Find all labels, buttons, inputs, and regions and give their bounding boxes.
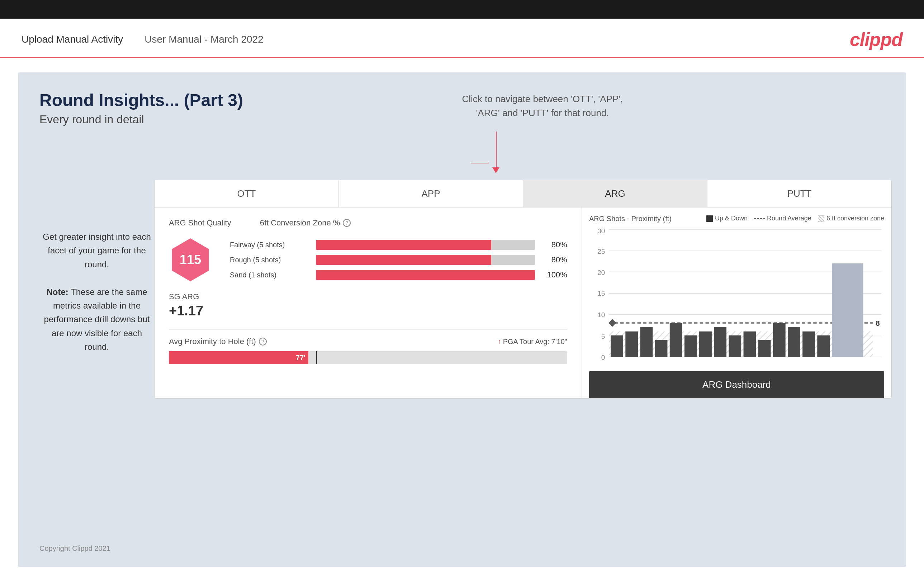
- proximity-avg-arrow-icon: ↑: [498, 338, 501, 345]
- bar-pct-sand: 100%: [542, 270, 567, 280]
- arg-dashboard-button[interactable]: ARG Dashboard: [589, 371, 884, 398]
- nav-line1: Click to navigate between 'OTT', 'APP',: [462, 93, 623, 104]
- tabs: OTT APP ARG PUTT: [155, 180, 892, 208]
- proximity-title-text: Avg Proximity to Hole (ft): [169, 337, 256, 346]
- note-label: Note:: [46, 287, 68, 297]
- footer: Copyright Clippd 2021: [39, 545, 110, 553]
- y-label-10: 10: [598, 311, 605, 319]
- svg-rect-21: [743, 332, 756, 357]
- nav-instruction: Click to navigate between 'OTT', 'APP', …: [462, 92, 623, 120]
- bar-track-rough: [316, 255, 535, 265]
- bar-rows: Fairway (5 shots) 80% Rough (5 shots): [230, 240, 567, 280]
- legend-item-conversion: 6 ft conversion zone: [818, 215, 884, 222]
- logo: clippd: [850, 29, 903, 50]
- bar-fill-sand: [316, 270, 535, 280]
- right-panel: ARG Shots - Proximity (ft) Up & Down Rou…: [582, 208, 892, 398]
- right-panel-header: ARG Shots - Proximity (ft) Up & Down Rou…: [589, 215, 884, 223]
- copyright-text: Copyright Clippd 2021: [39, 545, 110, 552]
- tab-putt[interactable]: PUTT: [708, 180, 892, 207]
- legend-conversion-label: 6 ft conversion zone: [827, 215, 884, 222]
- tab-app[interactable]: APP: [339, 180, 523, 207]
- svg-rect-19: [714, 327, 727, 357]
- bar-fill-rough: [316, 255, 491, 265]
- bar-row-rough: Rough (5 shots) 80%: [230, 255, 567, 265]
- arrow-container: [471, 132, 500, 173]
- bar-label-fairway: Fairway (5 shots): [230, 241, 309, 249]
- svg-rect-13: [625, 332, 638, 357]
- arrow-head: [492, 168, 499, 173]
- bar-fill-fairway: [316, 240, 491, 250]
- bar-track-sand: [316, 270, 535, 280]
- svg-rect-20: [729, 335, 741, 357]
- proximity-avg: ↑ PGA Tour Avg: 7'10": [498, 338, 567, 346]
- panel-header: ARG Shot Quality 6ft Conversion Zone % ?: [169, 218, 567, 227]
- conversion-zone-label: 6ft Conversion Zone %: [260, 218, 340, 227]
- hexagon-value: 115: [179, 252, 201, 268]
- proximity-title: Avg Proximity to Hole (ft) ?: [169, 337, 267, 346]
- bar-label-sand: Sand (1 shots): [230, 271, 309, 279]
- y-label-0: 0: [601, 354, 605, 361]
- left-panel: ARG Shot Quality 6ft Conversion Zone % ?…: [155, 208, 582, 398]
- y-label-5: 5: [601, 333, 605, 340]
- main-content: Round Insights... (Part 3) Every round i…: [18, 73, 906, 567]
- legend-round-avg-label: Round Average: [767, 215, 811, 222]
- arg-chart: 0 5 10 15 20 25 30: [589, 227, 884, 363]
- svg-rect-25: [803, 332, 815, 357]
- right-panel-title: ARG Shots - Proximity (ft): [589, 215, 672, 223]
- sg-label: SG ARG: [169, 292, 567, 301]
- conversion-zone-col: 6ft Conversion Zone % ?: [260, 218, 351, 227]
- tab-arg[interactable]: ARG: [523, 180, 708, 207]
- svg-rect-26: [817, 335, 830, 357]
- header: Upload Manual Activity User Manual - Mar…: [0, 19, 924, 58]
- bar-pct-rough: 80%: [542, 255, 567, 264]
- shot-quality-label: ARG Shot Quality: [169, 218, 231, 227]
- proximity-help-icon[interactable]: ?: [259, 338, 267, 345]
- svg-rect-22: [758, 340, 771, 357]
- svg-rect-15: [655, 340, 668, 357]
- bar-label-rough: Rough (5 shots): [230, 256, 309, 264]
- legend-updown-label: Up & Down: [715, 215, 748, 222]
- legend-item-updown: Up & Down: [706, 215, 748, 222]
- tab-ott[interactable]: OTT: [155, 180, 339, 207]
- hexagon-badge: 115: [169, 239, 212, 281]
- y-label-30: 30: [598, 227, 605, 235]
- legend-solid-icon: [706, 215, 713, 222]
- left-desc-part1: Get greater insight into each facet of y…: [43, 232, 151, 269]
- legend-hatched-icon: [818, 215, 824, 222]
- svg-rect-14: [640, 327, 653, 357]
- card-body: ARG Shot Quality 6ft Conversion Zone % ?…: [155, 208, 892, 398]
- bar-pct-fairway: 80%: [542, 240, 567, 250]
- svg-rect-24: [788, 327, 800, 357]
- chart-area: 0 5 10 15 20 25 30: [589, 227, 884, 368]
- legend-item-round-avg: Round Average: [754, 215, 811, 222]
- svg-rect-23: [773, 323, 786, 357]
- sg-section: SG ARG +1.17: [169, 292, 567, 319]
- top-bar: [0, 0, 924, 19]
- proximity-bar-val: 77': [296, 354, 305, 362]
- y-label-25: 25: [598, 248, 605, 255]
- arrow-down: [496, 153, 497, 168]
- legend: Up & Down Round Average 6 ft conversion …: [706, 215, 884, 222]
- proximity-cursor: [316, 351, 317, 364]
- sg-value: +1.17: [169, 303, 567, 319]
- proximity-bar-track: 77': [169, 351, 567, 364]
- svg-marker-9: [609, 320, 615, 327]
- arrow-horizontal: [471, 163, 489, 163]
- left-description: Get greater insight into each facet of y…: [39, 230, 154, 354]
- y-label-15: 15: [598, 290, 605, 297]
- dashboard-card: OTT APP ARG PUTT ARG Shot Quality 6ft Co…: [154, 180, 892, 398]
- svg-rect-17: [685, 335, 697, 357]
- y-label-20: 20: [598, 269, 605, 276]
- proximity-bar-fill: 77': [169, 351, 309, 364]
- arrow-vertical: [496, 132, 497, 153]
- nav-line2: 'ARG' and 'PUTT' for that round.: [476, 108, 609, 118]
- help-icon[interactable]: ?: [343, 219, 351, 227]
- svg-rect-18: [699, 332, 712, 357]
- bar-row-sand: Sand (1 shots) 100%: [230, 270, 567, 280]
- bar-track-fairway: [316, 240, 535, 250]
- proximity-section: Avg Proximity to Hole (ft) ? ↑ PGA Tour …: [169, 329, 567, 364]
- proximity-header: Avg Proximity to Hole (ft) ? ↑ PGA Tour …: [169, 337, 567, 346]
- legend-dashed-icon: [754, 218, 765, 219]
- manual-title: User Manual - March 2022: [144, 34, 263, 45]
- svg-rect-12: [611, 335, 623, 357]
